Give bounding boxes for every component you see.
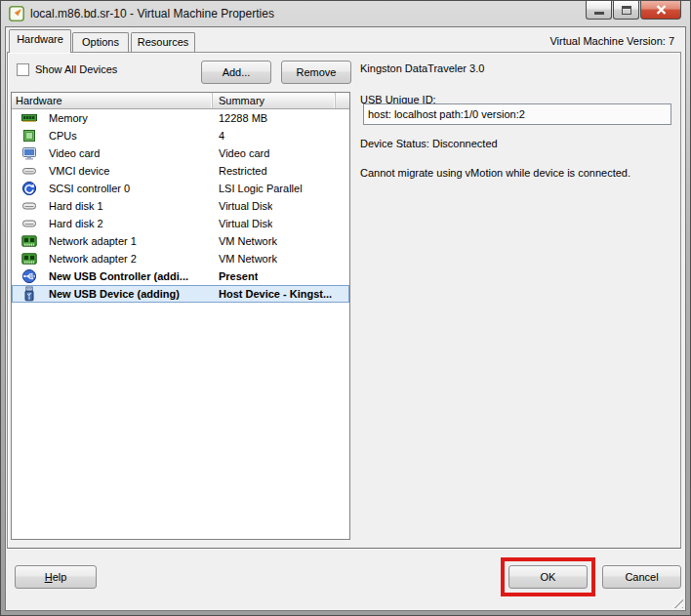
table-row[interactable]: Memory12288 MB bbox=[12, 109, 349, 127]
hardware-name: VMCI device bbox=[49, 165, 219, 177]
hardware-table-body: Memory12288 MBCPUs4Video cardVideo cardV… bbox=[12, 109, 349, 303]
tab-hardware[interactable]: Hardware bbox=[9, 29, 71, 53]
video-card-icon bbox=[21, 145, 37, 161]
network-icon bbox=[21, 233, 37, 249]
table-row[interactable]: Video cardVideo card bbox=[12, 144, 349, 162]
tab-options[interactable]: Options bbox=[72, 32, 129, 52]
hardware-summary: VM Network bbox=[219, 253, 277, 265]
column-header-hardware[interactable]: Hardware bbox=[12, 93, 213, 108]
hard-disk-icon bbox=[21, 198, 37, 214]
vmotion-warning-text: Cannot migrate using vMotion while devic… bbox=[360, 167, 630, 179]
help-button-label: Help bbox=[16, 571, 96, 583]
hardware-summary: Virtual Disk bbox=[219, 200, 272, 212]
hardware-table: Hardware Summary Memory12288 MBCPUs4Vide… bbox=[11, 92, 350, 540]
usb-controller-icon bbox=[21, 268, 37, 284]
hardware-summary: 12288 MB bbox=[219, 112, 267, 124]
hardware-name: Memory bbox=[49, 112, 219, 124]
hard-disk-icon bbox=[21, 216, 37, 231]
vsphere-app-icon bbox=[9, 6, 24, 21]
scsi-icon bbox=[21, 181, 37, 196]
remove-button[interactable]: Remove bbox=[281, 61, 351, 84]
cancel-button[interactable]: Cancel bbox=[602, 565, 681, 589]
maximize-icon bbox=[622, 6, 631, 15]
vm-version-label: Virtual Machine Version: 7 bbox=[549, 35, 674, 47]
minimize-button[interactable] bbox=[586, 1, 612, 20]
help-button[interactable]: Help bbox=[15, 565, 97, 589]
hardware-name: New USB Controller (addi... bbox=[49, 270, 219, 282]
memory-icon bbox=[21, 110, 37, 126]
hardware-summary: Restricted bbox=[219, 165, 267, 177]
tab-resources[interactable]: Resources bbox=[131, 32, 195, 52]
hardware-name: Hard disk 1 bbox=[49, 200, 219, 212]
add-button[interactable]: Add... bbox=[201, 61, 271, 84]
table-header: Hardware Summary bbox=[12, 93, 349, 109]
hardware-name: Network adapter 1 bbox=[49, 235, 219, 247]
hardware-name: Network adapter 2 bbox=[49, 253, 219, 265]
device-name: Kingston DataTraveler 3.0 bbox=[360, 62, 484, 74]
hardware-summary: Virtual Disk bbox=[219, 218, 272, 229]
hardware-name: New USB Device (adding) bbox=[49, 288, 219, 300]
table-row[interactable]: New USB Device (adding)Host Device - Kin… bbox=[12, 285, 349, 303]
column-header-filler bbox=[336, 93, 349, 108]
table-row[interactable]: Network adapter 2VM Network bbox=[12, 250, 349, 267]
maximize-button[interactable] bbox=[613, 1, 639, 20]
usb-device-icon bbox=[21, 286, 37, 302]
close-button[interactable] bbox=[640, 1, 681, 20]
show-all-devices-label: Show All Devices bbox=[35, 63, 117, 75]
window-title: local.m86.bd.sr-10 - Virtual Machine Pro… bbox=[30, 7, 274, 21]
hardware-name: Hard disk 2 bbox=[49, 218, 219, 229]
table-row[interactable]: SCSI controller 0LSI Logic Parallel bbox=[12, 180, 349, 197]
hardware-name: CPUs bbox=[49, 130, 219, 142]
close-icon bbox=[656, 5, 667, 15]
window-controls bbox=[585, 1, 681, 20]
table-row[interactable]: Network adapter 1VM Network bbox=[12, 232, 349, 250]
table-row[interactable]: Hard disk 2Virtual Disk bbox=[12, 215, 349, 232]
vmci-icon bbox=[21, 163, 37, 179]
cpu-icon bbox=[21, 128, 37, 144]
hardware-name: SCSI controller 0 bbox=[49, 183, 219, 194]
resize-grip[interactable] bbox=[671, 595, 683, 608]
hardware-summary: 4 bbox=[219, 130, 224, 142]
hardware-tab-page: Show All Devices Add... Remove Hardware … bbox=[7, 52, 681, 549]
hardware-summary: VM Network bbox=[219, 235, 277, 247]
network-icon bbox=[21, 251, 37, 267]
table-row[interactable]: VMCI deviceRestricted bbox=[12, 162, 349, 180]
hardware-summary: LSI Logic Parallel bbox=[219, 183, 303, 194]
titlebar[interactable]: local.m86.bd.sr-10 - Virtual Machine Pro… bbox=[1, 1, 690, 26]
usb-unique-id-value: host: localhost path:1/0 version:2 bbox=[363, 103, 671, 125]
show-all-devices-checkbox[interactable] bbox=[17, 63, 29, 76]
vm-properties-window: local.m86.bd.sr-10 - Virtual Machine Pro… bbox=[0, 0, 691, 616]
minimize-icon bbox=[594, 12, 604, 15]
hardware-summary: Present bbox=[219, 270, 258, 282]
hardware-summary: Video card bbox=[219, 147, 269, 159]
column-header-summary[interactable]: Summary bbox=[213, 93, 336, 108]
dialog-client-area: Hardware Options Resources Virtual Machi… bbox=[5, 26, 686, 611]
device-status-text: Device Status: Disconnected bbox=[360, 138, 498, 149]
table-row[interactable]: New USB Controller (addi...Present bbox=[12, 267, 349, 285]
hardware-name: Video card bbox=[49, 147, 219, 159]
ok-button[interactable]: OK bbox=[508, 565, 588, 589]
hardware-summary: Host Device - Kingst... bbox=[219, 288, 332, 300]
table-row[interactable]: Hard disk 1Virtual Disk bbox=[12, 197, 349, 215]
table-row[interactable]: CPUs4 bbox=[12, 127, 349, 144]
